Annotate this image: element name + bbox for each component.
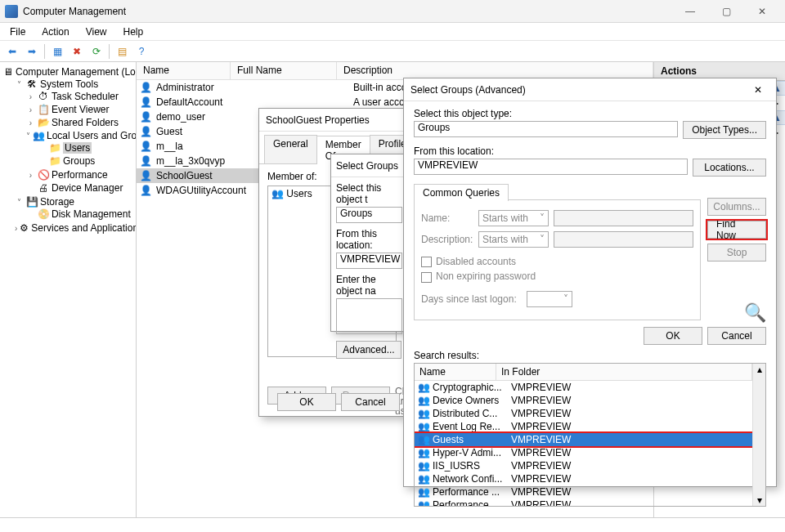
tree-groups[interactable]: Groups (63, 155, 95, 167)
tree-disk-management[interactable]: Disk Management (52, 208, 131, 220)
tab-general[interactable]: General (264, 135, 317, 163)
user-name: m__la (156, 141, 247, 152)
disabled-checkbox[interactable] (421, 257, 432, 267)
menu-action[interactable]: Action (34, 25, 77, 39)
sg-location-field[interactable]: VMPREVIEW (336, 253, 402, 269)
help-button[interactable]: ? (132, 42, 150, 60)
columns-button[interactable]: Columns... (707, 198, 766, 216)
sga-cancel-button[interactable]: Cancel (707, 327, 766, 345)
search-results-list[interactable]: Name In Folder 👥Cryptographic...VMPREVIE… (414, 363, 766, 507)
result-row[interactable]: 👥Hyper-V Admi...VMPREVIEW (415, 446, 752, 459)
refresh-button[interactable]: ⟳ (87, 42, 105, 60)
sga-close-button[interactable]: ✕ (747, 84, 769, 96)
sga-type-field[interactable]: Groups (414, 121, 678, 137)
stop-button[interactable]: Stop (707, 244, 766, 262)
advanced-button[interactable]: Advanced... (336, 341, 401, 359)
nav-tree[interactable]: 🖥Computer Management (Local ˅🛠System Too… (0, 62, 137, 517)
results-scrollbar[interactable]: ▴▾ (752, 364, 765, 506)
sga-ok-button[interactable]: OK (644, 327, 702, 345)
group-icon: 👥 (418, 460, 429, 472)
menu-file[interactable]: File (2, 25, 34, 39)
tree-local-users-groups[interactable]: Local Users and Groups (47, 130, 137, 141)
properties-ok[interactable]: OK (277, 393, 336, 411)
app-icon (5, 5, 18, 18)
tree-performance[interactable]: Performance (52, 169, 108, 181)
group-icon: 👥 (418, 499, 429, 506)
group-icon: 👥 (271, 188, 284, 199)
common-queries-tab[interactable]: Common Queries (414, 184, 509, 201)
tree-event-viewer[interactable]: Event Viewer (52, 104, 109, 115)
tree-users[interactable]: Users (63, 142, 92, 154)
delete-button[interactable]: ✖ (68, 42, 86, 60)
object-types-button[interactable]: Object Types... (683, 121, 766, 139)
desc-filter-input[interactable] (554, 231, 693, 248)
group-icon: 👥 (418, 395, 429, 406)
sg-object-type-field[interactable]: Groups (336, 207, 402, 223)
result-row[interactable]: 👥GuestsVMPREVIEW (415, 433, 752, 446)
result-name: IIS_IUSRS (433, 460, 511, 472)
tree-storage[interactable]: Storage (40, 196, 74, 208)
forward-button[interactable]: ➡ (23, 42, 41, 60)
select-groups-title: Select Groups (336, 160, 398, 172)
result-row[interactable]: 👥Distributed C...VMPREVIEW (415, 407, 752, 420)
results-col-folder[interactable]: In Folder (496, 364, 752, 380)
result-folder: VMPREVIEW (511, 447, 752, 458)
maximize-button[interactable]: ▢ (708, 0, 744, 23)
minimize-button[interactable]: — (672, 0, 708, 23)
user-name: Administrator (156, 82, 247, 93)
user-name: m__la_3x0qvyp (156, 155, 247, 167)
group-icon: 👥 (418, 382, 429, 393)
col-name[interactable]: Name (137, 62, 231, 79)
result-folder: VMPREVIEW (511, 499, 752, 506)
user-icon: 👤 (140, 170, 153, 181)
nonexpiring-checkbox[interactable] (421, 272, 432, 283)
result-row[interactable]: 👥Device OwnersVMPREVIEW (415, 394, 752, 407)
result-row[interactable]: 👥Performance ...VMPREVIEW (415, 498, 752, 506)
properties-cancel[interactable]: Cancel (341, 393, 400, 411)
result-row[interactable]: 👥Cryptographic...VMPREVIEW (415, 381, 752, 394)
user-name: SchoolGuest (156, 170, 247, 181)
tree-root[interactable]: Computer Management (Local (16, 66, 137, 78)
result-name: Network Confi... (433, 473, 511, 485)
back-button[interactable]: ⬅ (3, 42, 21, 60)
tree-device-manager[interactable]: Device Manager (52, 182, 123, 194)
sga-title[interactable]: Select Groups (Advanced) ✕ (404, 78, 776, 101)
menu-help[interactable]: Help (115, 25, 152, 39)
user-name: Guest (156, 126, 247, 137)
name-filter-mode[interactable]: Starts with˅ (478, 210, 549, 226)
tree-system-tools[interactable]: System Tools (40, 78, 98, 90)
desc-filter-label: Description: (421, 234, 478, 245)
close-button[interactable]: ✕ (744, 0, 780, 23)
result-folder: VMPREVIEW (511, 486, 752, 498)
properties-title[interactable]: SchoolGuest Properties (259, 109, 405, 132)
menu-view[interactable]: View (78, 25, 115, 39)
find-now-button[interactable]: Find Now (707, 221, 766, 239)
col-desc[interactable]: Description (337, 62, 653, 79)
days-since-select[interactable]: ˅ (527, 291, 572, 307)
result-row[interactable]: 👥IIS_IUSRSVMPREVIEW (415, 459, 752, 472)
group-icon: 👥 (418, 434, 429, 445)
tree-shared-folders[interactable]: Shared Folders (52, 117, 119, 128)
result-folder: VMPREVIEW (511, 421, 752, 432)
sga-loc-field[interactable]: VMPREVIEW (414, 159, 688, 175)
result-name: Performance ... (433, 499, 511, 506)
result-folder: VMPREVIEW (511, 434, 752, 445)
result-folder: VMPREVIEW (511, 408, 752, 419)
tree-task-scheduler[interactable]: Task Scheduler (52, 91, 119, 102)
result-row[interactable]: 👥Network Confi...VMPREVIEW (415, 472, 752, 485)
name-filter-input[interactable] (554, 210, 693, 226)
new-button[interactable]: ▦ (48, 42, 66, 60)
desc-filter-mode[interactable]: Starts with˅ (478, 231, 549, 248)
result-row[interactable]: 👥Event Log Re...VMPREVIEW (415, 420, 752, 433)
tree-services-apps[interactable]: Services and Applications (31, 222, 137, 234)
user-icon: 👤 (140, 141, 153, 152)
results-col-name[interactable]: Name (415, 364, 496, 380)
properties-button[interactable]: ▤ (113, 42, 131, 60)
locations-button[interactable]: Locations... (693, 159, 766, 177)
result-row[interactable]: 👥Performance ...VMPREVIEW (415, 485, 752, 498)
sg-names-input[interactable] (336, 298, 402, 334)
toolbar: ⬅ ➡ ▦ ✖ ⟳ ▤ ? (0, 41, 785, 62)
col-full[interactable]: Full Name (231, 62, 337, 79)
user-name: WDAGUtilityAccount (156, 185, 247, 196)
result-name: Hyper-V Admi... (433, 447, 511, 458)
